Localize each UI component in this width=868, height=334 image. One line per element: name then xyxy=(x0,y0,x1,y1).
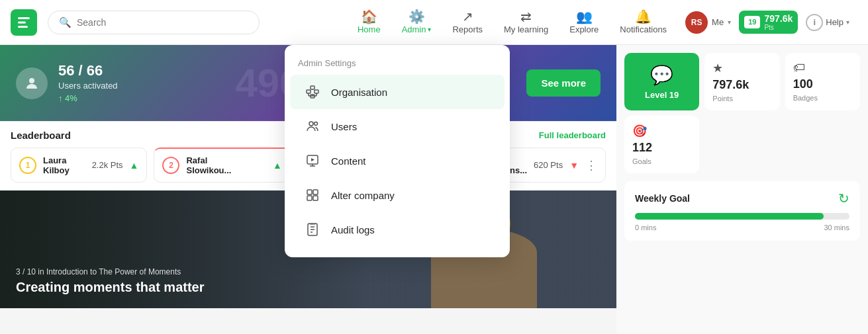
admin-icon: ⚙️ xyxy=(409,10,425,23)
nav-explore-label: Explore xyxy=(569,24,599,34)
points-level-badge: 19 xyxy=(744,16,760,28)
dropdown-item-content[interactable]: Content xyxy=(290,144,505,178)
lb-arrow-2: ▲ xyxy=(273,160,282,171)
search-input[interactable] xyxy=(77,17,248,28)
explore-icon: 👥 xyxy=(576,10,593,23)
goals-label: Goals xyxy=(632,157,651,165)
see-more-button[interactable]: See more xyxy=(526,69,601,97)
right-panel: 💬 Level 19 ★ 797.6k Points 🏷 100 Badges … xyxy=(616,45,868,334)
weekly-goal-bar-container xyxy=(635,213,849,220)
users-icon xyxy=(303,117,322,136)
organisation-icon xyxy=(303,83,322,101)
svg-rect-16 xyxy=(307,190,312,194)
mylearning-icon: ⇄ xyxy=(520,10,532,23)
nav-mylearning-label: My learning xyxy=(504,24,548,34)
rank-badge-1: 1 xyxy=(19,157,36,174)
lb-arrow-4: ▼ xyxy=(569,160,579,171)
notifications-icon: 🔔 xyxy=(635,10,651,23)
users-activated-label: Users activated xyxy=(58,81,118,91)
nav-explore[interactable]: 👥 Explore xyxy=(559,5,609,40)
audit-logs-icon xyxy=(303,220,322,239)
badges-value: 100 xyxy=(793,77,813,91)
rank-badge-2: 2 xyxy=(162,157,179,174)
video-title: Creating moments that matter xyxy=(16,279,205,295)
weekly-goal-bar xyxy=(635,213,824,220)
leaderboard-title: Leaderboard xyxy=(11,130,71,141)
points-level: 19 xyxy=(748,17,756,27)
stats-grid: 💬 Level 19 ★ 797.6k Points 🏷 100 Badges … xyxy=(624,53,860,173)
points-card: ★ 797.6k Points xyxy=(704,53,779,110)
nav-reports-label: Reports xyxy=(452,24,483,34)
badges-card: 🏷 100 Badges xyxy=(785,53,860,110)
me-button[interactable]: RS Me ▾ xyxy=(677,9,739,36)
users-activated-card: 56 / 66 Users activated ↑ 4% 490 xyxy=(0,45,309,121)
dropdown-users-label: Users xyxy=(331,121,357,132)
reports-icon: ↗ xyxy=(462,10,473,23)
nav-notifications[interactable]: 🔔 Notifications xyxy=(609,5,677,40)
weekly-goal-card: Weekly Goal ↻ 0 mins 30 mins xyxy=(624,181,860,241)
help-chevron-icon: ▾ xyxy=(846,19,849,26)
weekly-goal-min: 0 mins xyxy=(635,224,656,231)
video-text: 3 / 10 in Introduction to The Power of M… xyxy=(16,267,205,295)
users-activated-icon xyxy=(16,67,48,99)
search-bar[interactable]: 🔍 xyxy=(48,11,260,34)
dropdown-item-alter-company[interactable]: Alter company xyxy=(290,178,505,212)
nav-admin-label: Admin xyxy=(402,24,426,34)
dropdown-item-users[interactable]: Users xyxy=(290,109,505,144)
svg-rect-1 xyxy=(18,21,26,23)
help-label: Help xyxy=(826,17,844,27)
lb-name-2: RafalSlowikou... xyxy=(186,155,266,175)
nav-mylearning[interactable]: ⇄ My learning xyxy=(493,5,559,40)
admin-chevron-icon: ▾ xyxy=(428,26,431,33)
nav-admin[interactable]: ⚙️ Admin ▾ xyxy=(391,5,442,40)
svg-rect-0 xyxy=(18,17,30,19)
dropdown-item-audit-logs[interactable]: Audit logs xyxy=(290,212,505,247)
svg-point-13 xyxy=(314,122,318,126)
leaderboard-entry-1: 1 LauraKilboy 2.2k Pts ▲ xyxy=(11,147,147,183)
me-chevron-icon: ▾ xyxy=(728,19,731,26)
svg-rect-2 xyxy=(18,26,28,28)
points-label: Pts xyxy=(764,24,793,31)
lb-options-4[interactable]: ⋮ xyxy=(585,158,597,173)
svg-rect-5 xyxy=(314,90,318,93)
help-button[interactable]: i Help ▾ xyxy=(798,9,857,36)
home-icon: 🏠 xyxy=(361,10,377,23)
level-icon: 💬 xyxy=(650,64,673,86)
full-leaderboard-link[interactable]: Full leaderboard xyxy=(539,130,606,140)
users-activated-trend: ↑ 4% xyxy=(58,93,118,103)
content-icon xyxy=(303,151,322,170)
logo[interactable] xyxy=(11,9,37,36)
me-label: Me xyxy=(712,17,724,27)
avatar: RS xyxy=(685,11,708,34)
leaderboard-entry-2: 2 RafalSlowikou... ▲ xyxy=(154,147,290,183)
nav-items: 🏠 Home ⚙️ Admin ▾ ↗ Reports ⇄ My learnin… xyxy=(347,5,857,40)
badges-icon: 🏷 xyxy=(793,61,805,75)
badges-label: Badges xyxy=(793,94,818,102)
search-icon: 🔍 xyxy=(59,17,72,28)
dropdown-title: Admin Settings xyxy=(285,58,510,75)
alter-company-icon xyxy=(303,186,322,204)
goals-value: 112 xyxy=(632,141,652,155)
admin-dropdown: Admin Settings Organisation xyxy=(285,45,510,257)
video-progress: 3 / 10 in Introduction to The Power of M… xyxy=(16,267,205,276)
points-button[interactable]: 19 797.6k Pts xyxy=(739,11,798,34)
level-card: 💬 Level 19 xyxy=(624,53,699,110)
goals-icon: 🎯 xyxy=(632,124,647,138)
weekly-goal-refresh-icon[interactable]: ↻ xyxy=(838,190,849,206)
lb-name-1: LauraKilboy xyxy=(43,155,85,175)
users-activated-text: 56 / 66 Users activated ↑ 4% xyxy=(58,63,118,103)
dropdown-item-organisation[interactable]: Organisation xyxy=(290,75,505,109)
svg-point-12 xyxy=(309,122,313,126)
svg-rect-19 xyxy=(313,196,318,200)
points-value: 797.6k xyxy=(764,13,793,24)
dropdown-content-label: Content xyxy=(331,155,366,167)
lb-arrow-1: ▲ xyxy=(130,160,139,171)
svg-rect-4 xyxy=(311,86,314,89)
weekly-goal-title: Weekly Goal xyxy=(635,193,690,204)
lb-pts-1: 2.2k Pts xyxy=(92,160,123,170)
svg-marker-15 xyxy=(311,158,314,161)
nav-reports[interactable]: ↗ Reports xyxy=(442,5,493,40)
dropdown-organisation-label: Organisation xyxy=(331,87,387,98)
nav-home[interactable]: 🏠 Home xyxy=(347,5,391,40)
dropdown-alter-company-label: Alter company xyxy=(331,190,395,201)
